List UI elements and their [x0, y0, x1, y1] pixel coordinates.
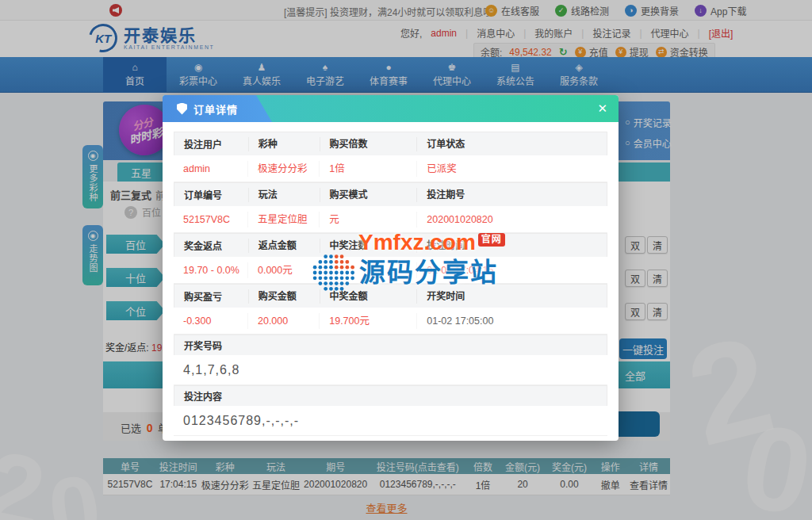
field-label: 购买模式 — [320, 188, 417, 202]
watermark-badge: 官网 — [478, 233, 505, 247]
field-label: 购买倍数 — [320, 137, 417, 151]
field-label: 投注期号 — [416, 188, 607, 202]
field-label: 彩种 — [248, 137, 320, 151]
field-value: 1倍 — [319, 161, 416, 177]
field-label: 返点金额 — [248, 239, 320, 253]
draw-numbers-section: 开奖号码 4,1,7,6,8 — [174, 335, 607, 385]
field-value: 202001020820 — [416, 212, 607, 228]
field-label: 订单编号 — [174, 188, 248, 201]
field-label: 购买金额 — [248, 289, 320, 304]
field-value: 52157V8C — [174, 214, 247, 225]
page: [温馨提示] 投资理财，满24小时就可以领取利息喽! ☺在线客服 ✓线路检测 ◑… — [0, 0, 812, 520]
shield-icon — [177, 103, 187, 115]
field-value: 01-02 17:05:00 — [416, 313, 607, 329]
field-value: 0.000元 — [247, 262, 319, 278]
field-value: 20.000 — [247, 313, 319, 329]
field-value: 极速分分彩 — [247, 161, 319, 177]
field-label: 订单状态 — [416, 137, 607, 151]
draw-numbers-value: 4,1,7,6,8 — [174, 363, 607, 377]
field-label: 玩法 — [248, 188, 320, 202]
field-label: 投注用户 — [174, 137, 248, 151]
field-value: admin — [174, 163, 247, 174]
globe-dots-icon — [311, 252, 355, 293]
field-value: 19.700元 — [319, 313, 416, 329]
site-watermark: Ymfxz.com 官网 源码分享站 — [311, 231, 505, 293]
field-value: 五星定位胆 — [247, 212, 319, 228]
close-icon[interactable]: ✕ — [597, 101, 607, 116]
field-label: 奖金返点 — [174, 239, 248, 252]
modal-title: 订单详情 — [193, 101, 238, 117]
field-value: -0.300 — [174, 315, 247, 327]
modal-title-tab: 订单详情 — [163, 95, 272, 122]
field-value: 元 — [319, 212, 416, 228]
watermark-site-name: 源码分享站 — [359, 257, 498, 289]
draw-numbers-label: 开奖号码 — [174, 338, 607, 352]
field-label: 购买盈亏 — [174, 289, 248, 303]
watermark-line2: 源码分享站 — [311, 252, 505, 293]
modal-title-bar: 订单详情 ✕ — [163, 95, 619, 122]
watermark-url: Ymfxz.com — [358, 231, 476, 254]
field-value: 已派奖 — [416, 161, 607, 177]
field-value: 19.70 - 0.0% — [174, 265, 247, 276]
bet-content-value: 0123456789,-,-,-,- — [174, 414, 607, 428]
bet-content-label: 投注内容 — [174, 389, 607, 403]
order-info-block: 订单编号 玩法 购买模式 投注期号 52157V8C 五星定位胆 元 20200… — [174, 182, 607, 233]
watermark-line1: Ymfxz.com 官网 — [358, 231, 505, 254]
order-info-block: 投注用户 彩种 购买倍数 订单状态 admin 极速分分彩 1倍 已派奖 — [174, 132, 607, 182]
bet-content-section: 投注内容 0123456789,-,-,-,- — [174, 385, 607, 436]
